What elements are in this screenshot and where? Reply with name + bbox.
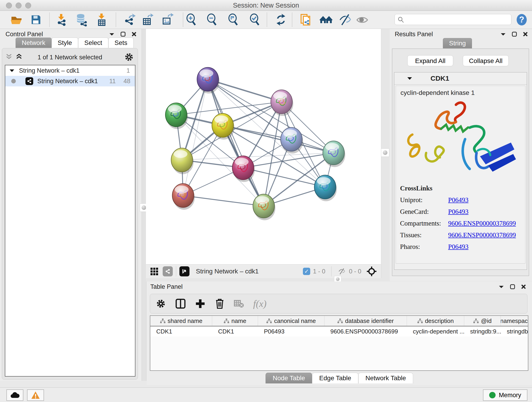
crosslink-link[interactable]: P06493	[448, 208, 469, 216]
grid-mode-icon[interactable]	[151, 268, 158, 275]
table-settings-gear-icon[interactable]	[156, 298, 166, 309]
node-CDC6[interactable]	[281, 128, 303, 153]
node-RB1[interactable]	[323, 141, 345, 167]
network-collection-row[interactable]: String Network – cdk1 1	[5, 65, 135, 76]
node-CCNA2[interactable]	[232, 156, 255, 182]
edge-CCNA2-CDKN1A[interactable]	[243, 168, 325, 187]
column-header-description[interactable]: description	[407, 316, 464, 326]
edge-HIST1H1A-CCNE1[interactable]	[183, 196, 264, 206]
crosslink-link[interactable]: 9606.ENSP00000378699	[448, 231, 516, 239]
memory-button[interactable]: Memory	[483, 389, 527, 401]
network-copy-button[interactable]	[299, 13, 312, 26]
undock-panel-icon[interactable]	[120, 32, 126, 37]
fit-selection-crosshair-icon[interactable]	[366, 266, 377, 277]
open-session-button[interactable]	[10, 13, 23, 26]
node-CCNB2[interactable]	[197, 67, 220, 94]
undock-panel-icon[interactable]	[512, 32, 517, 37]
export-network-button[interactable]	[123, 13, 136, 26]
create-column-plus-icon[interactable]	[195, 298, 206, 309]
delete-column-trash-icon[interactable]	[215, 298, 225, 309]
node-CDC25B[interactable]	[165, 103, 188, 129]
cell-canonical-name[interactable]: P06493	[258, 326, 324, 337]
cell-database-identifier[interactable]: 9606.ENSP00000378699	[324, 326, 407, 337]
tab-sets[interactable]: Sets	[108, 38, 133, 48]
node-CCNB1[interactable]	[171, 148, 194, 174]
undock-panel-icon[interactable]	[510, 284, 515, 289]
column-header-name[interactable]: name	[212, 316, 258, 326]
delete-table-icon[interactable]	[234, 299, 244, 308]
crosslink-link[interactable]: P06493	[448, 243, 469, 250]
cell-name[interactable]: CDK1	[212, 326, 258, 337]
column-header-namespace[interactable]: namespace	[501, 316, 528, 326]
zoom-selected-icon	[248, 13, 261, 26]
node-HIST1H1A[interactable]	[172, 184, 195, 210]
string-view-icon[interactable]	[163, 266, 173, 276]
column-header-database-identifier[interactable]: database identifier	[324, 316, 407, 326]
crosslink-link[interactable]: P06493	[448, 196, 469, 204]
table-type-tabs: Node TableEdge TableNetwork Table	[147, 373, 532, 383]
close-panel-icon[interactable]	[132, 32, 137, 37]
column-header-shared-name[interactable]: shared name	[150, 316, 212, 326]
protein-section-header[interactable]: CDK1	[394, 72, 527, 85]
network-canvas[interactable]: CCNB2CCNA1CDC25BCDK1CDC6RB1CCNB1CCNA2CDK…	[146, 29, 381, 264]
close-panel-icon[interactable]	[521, 284, 526, 289]
tab-style[interactable]: Style	[51, 38, 78, 48]
edge-CCNB2-CCNE1[interactable]	[208, 79, 264, 206]
cell-description[interactable]: cyclin-dependent ...	[407, 326, 464, 337]
show-details-button[interactable]	[355, 13, 369, 26]
import-network-database-button[interactable]	[75, 13, 88, 26]
network-graph[interactable]: CCNB2CCNA1CDC25BCDK1CDC6RB1CCNB1CCNA2CDK…	[146, 29, 381, 264]
collection-expand-icon[interactable]	[9, 69, 14, 72]
zoom-in-button[interactable]	[185, 13, 198, 26]
network-row-selected[interactable]: String Network – cdk1 11 48	[5, 76, 135, 86]
node-table[interactable]: shared namenamecanonical namedatabase id…	[150, 315, 528, 371]
expand-all-button[interactable]: Expand All	[407, 55, 453, 66]
column-header-canonical-name[interactable]: canonical name	[258, 316, 324, 326]
zoom-fit-button[interactable]	[227, 13, 240, 26]
close-panel-icon[interactable]	[523, 32, 528, 37]
selected-checkbox-icon[interactable]: ✓	[303, 268, 310, 275]
import-table-file-button[interactable]	[95, 13, 108, 26]
collapse-all-button[interactable]: Collapse All	[463, 55, 509, 66]
title-bar: Session: New Session	[0, 0, 532, 11]
help-button[interactable]: ?	[515, 13, 528, 26]
first-neighbors-button[interactable]	[319, 13, 333, 26]
refresh-layout-button[interactable]	[274, 13, 288, 26]
crosslink-link[interactable]: 9606.ENSP00000378699	[448, 220, 516, 227]
node-CDKN1A[interactable]	[314, 175, 337, 201]
tab-edge-table[interactable]: Edge Table	[312, 373, 358, 383]
float-panel-icon[interactable]	[500, 32, 506, 36]
float-panel-icon[interactable]	[499, 285, 504, 288]
node-CDK1[interactable]	[212, 114, 234, 140]
tab-string[interactable]: String	[443, 38, 472, 48]
function-builder-icon[interactable]: f(x)	[253, 298, 266, 309]
section-collapse-icon[interactable]	[407, 77, 412, 80]
cloud-status-button[interactable]	[6, 389, 23, 401]
export-table-button[interactable]	[141, 13, 154, 26]
cell--id[interactable]: stringdb:9...	[464, 326, 501, 337]
tab-network-table[interactable]: Network Table	[358, 373, 413, 383]
float-panel-icon[interactable]	[109, 32, 114, 36]
tab-network[interactable]: Network	[16, 38, 51, 48]
warnings-button[interactable]	[27, 389, 44, 401]
zoom-selected-button[interactable]	[248, 13, 261, 26]
zoom-out-button[interactable]	[205, 13, 219, 26]
save-session-button[interactable]	[29, 13, 43, 26]
export-image-button[interactable]	[160, 13, 174, 26]
cell-shared-name[interactable]: CDK1	[150, 326, 212, 337]
birdseye-view-icon[interactable]	[179, 266, 190, 276]
network-options-gear-icon[interactable]	[124, 52, 134, 62]
tab-node-table[interactable]: Node Table	[266, 373, 312, 383]
show-hide-columns-icon[interactable]	[175, 298, 186, 309]
edge-CCNB2-HIST1H1A[interactable]	[183, 79, 208, 196]
cell-namespace[interactable]: stringdb	[501, 326, 528, 337]
table-row[interactable]: CDK1CDK1P064939606.ENSP00000378699cyclin…	[150, 326, 528, 337]
column-header--id[interactable]: @id	[464, 316, 501, 326]
hide-details-button[interactable]	[339, 13, 352, 26]
node-CCNA1[interactable]	[271, 90, 293, 116]
import-network-file-button[interactable]	[55, 13, 68, 26]
node-CCNE1[interactable]	[253, 194, 275, 220]
right-splitter-handle[interactable]	[381, 148, 389, 157]
search-input[interactable]	[407, 15, 508, 24]
tab-select[interactable]: Select	[78, 38, 108, 48]
